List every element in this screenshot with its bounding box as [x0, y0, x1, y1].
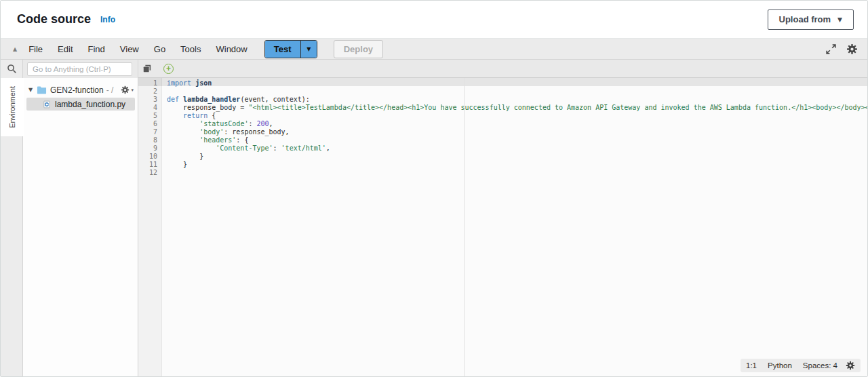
new-tab-icon[interactable]: +: [163, 64, 174, 74]
code-line: 'headers': {: [167, 136, 867, 144]
page-title: Code source: [17, 12, 91, 26]
search-button[interactable]: [1, 60, 22, 78]
test-split-button: Test ▼: [264, 40, 317, 58]
folder-expand-icon[interactable]: ▼: [28, 87, 37, 93]
folder-settings-button[interactable]: ▾: [121, 85, 134, 94]
goto-anything-input[interactable]: [27, 62, 132, 76]
code-line: }: [167, 153, 867, 161]
menu-item-file[interactable]: File: [21, 44, 50, 54]
line-number: 3: [138, 96, 157, 104]
info-link[interactable]: Info: [100, 15, 115, 24]
panel-header: Code source Info Upload from ▼: [1, 1, 867, 38]
menu-item-window[interactable]: Window: [208, 44, 254, 54]
line-number: 5: [138, 112, 157, 120]
line-number: 2: [138, 87, 157, 96]
line-number: 9: [138, 144, 157, 153]
upload-from-button[interactable]: Upload from ▼: [768, 9, 854, 30]
environment-strip: Environment: [1, 60, 23, 376]
cursor-position[interactable]: 1:1: [746, 361, 757, 370]
run-controls: Test ▼ Deploy: [264, 40, 383, 58]
tabs-container: lambda_function×Environment Vari×Executi…: [156, 60, 158, 77]
menu-item-tools[interactable]: Tools: [173, 44, 208, 54]
tree-file-row-selected[interactable]: lambda_function.py: [26, 98, 135, 111]
line-number: 8: [138, 136, 157, 144]
line-number: 7: [138, 128, 157, 136]
code-content[interactable]: import jsondef lambda_handler(event, con…: [162, 78, 867, 376]
test-dropdown-button[interactable]: ▼: [300, 41, 317, 58]
folder-path-suffix: - /: [106, 85, 114, 95]
editor-main: lambda_function×Environment Vari×Executi…: [138, 60, 867, 376]
language-mode[interactable]: Python: [768, 361, 792, 370]
upload-from-label: Upload from: [779, 14, 831, 24]
caret-down-icon: ▼: [307, 46, 311, 52]
folder-icon: [37, 85, 47, 94]
code-line: return {: [167, 112, 867, 120]
environment-tab-label: Environment: [8, 86, 16, 128]
test-button[interactable]: Test: [265, 41, 300, 58]
search-icon: [7, 64, 17, 74]
line-number: 6: [138, 120, 157, 128]
menubar-icons: [825, 43, 858, 55]
fullscreen-icon[interactable]: [825, 43, 837, 55]
environment-side-tab[interactable]: Environment: [1, 78, 24, 136]
tab-bar: lambda_function×Environment Vari×Executi…: [138, 60, 867, 78]
tree-folder-row[interactable]: ▼ GEN2-function - /: [23, 83, 138, 96]
editor-settings-gear-icon[interactable]: [846, 361, 855, 370]
code-line: import json: [167, 79, 867, 87]
tab-list-icon[interactable]: [142, 64, 152, 73]
editor-content: Environment ▼ GEN2-function - /: [1, 60, 867, 376]
file-name: lambda_function.py: [55, 100, 125, 109]
editor-menubar: ▲ FileEditFindViewGoToolsWindow Test ▼ D…: [1, 38, 867, 60]
indentation-setting[interactable]: Spaces: 4: [803, 361, 837, 370]
caret-down-icon: ▼: [837, 16, 842, 23]
code-line: [167, 169, 867, 177]
menu-items: FileEditFindViewGoToolsWindow: [21, 44, 255, 54]
code-line: def lambda_handler(event, context):: [167, 96, 867, 104]
tab-close-icon[interactable]: ×: [201, 65, 207, 74]
goto-bar: [23, 60, 138, 78]
collapse-panel-icon[interactable]: ▲: [9, 46, 21, 52]
line-number: 4: [138, 104, 157, 112]
tab-close-icon[interactable]: ×: [201, 65, 207, 74]
editor-scroll-area: 123456789101112 import jsondef lambda_ha…: [138, 78, 867, 376]
code-line: response_body = "<html><title>TestLambda…: [167, 104, 867, 112]
gear-icon: [121, 85, 130, 94]
line-number: 1: [138, 79, 157, 87]
line-number-gutter[interactable]: 123456789101112: [138, 78, 162, 376]
code-line: 'Content-Type': 'text/html',: [167, 144, 867, 153]
code-line: 'body': response_body,: [167, 128, 867, 136]
file-tree: ▼ GEN2-function - /: [23, 78, 138, 111]
code-line: }: [167, 161, 867, 169]
code-line: [167, 87, 867, 96]
python-file-icon: [43, 100, 51, 109]
menu-item-edit[interactable]: Edit: [50, 44, 80, 54]
code-editor: 123456789101112 import jsondef lambda_ha…: [138, 78, 867, 376]
code-line: 'statusCode': 200,: [167, 120, 867, 128]
settings-gear-icon[interactable]: [846, 43, 858, 55]
line-number: 11: [138, 161, 157, 169]
line-number: 12: [138, 169, 157, 177]
menu-item-find[interactable]: Find: [81, 44, 113, 54]
folder-name: GEN2-function: [50, 85, 104, 95]
menu-item-go[interactable]: Go: [146, 44, 173, 54]
menu-item-view[interactable]: View: [113, 44, 146, 54]
line-number: 10: [138, 153, 157, 161]
deploy-button[interactable]: Deploy: [334, 40, 383, 58]
tab-close-icon[interactable]: ×: [199, 65, 205, 74]
editor-status-bar: 1:1 Python Spaces: 4: [741, 359, 861, 372]
code-source-panel: Code source Info Upload from ▼ ▲ FileEdi…: [0, 0, 868, 377]
gear-caret-icon: ▾: [131, 87, 134, 93]
file-sidebar: ▼ GEN2-function - /: [23, 60, 138, 376]
